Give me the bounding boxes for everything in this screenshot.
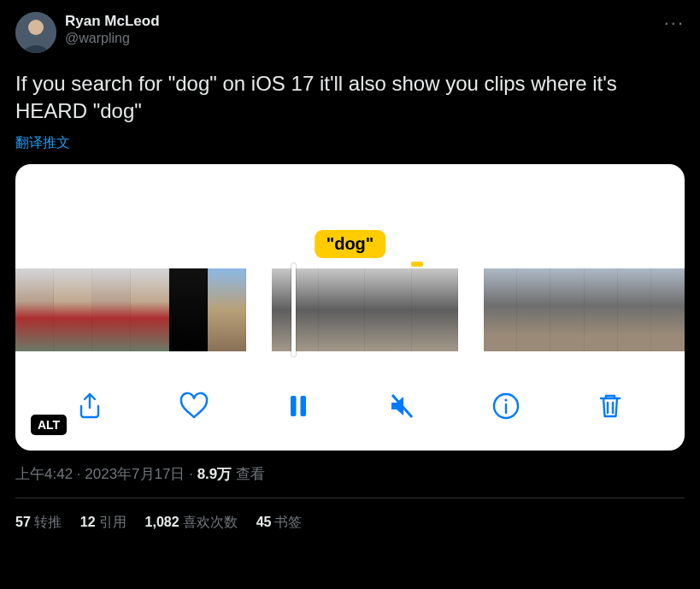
thumbnail bbox=[131, 268, 169, 351]
thumbnail bbox=[484, 268, 517, 351]
media-toolbar bbox=[15, 380, 685, 432]
engagement-row: 57转推 12引用 1,082喜欢次数 45书签 bbox=[15, 498, 685, 532]
thumbnail bbox=[517, 268, 550, 351]
media-card[interactable]: "dog" bbox=[15, 164, 685, 451]
translate-link[interactable]: 翻译推文 bbox=[15, 134, 70, 152]
views-count: 8.9万 bbox=[197, 466, 232, 482]
clip-group-1 bbox=[15, 268, 246, 351]
tweet-header: Ryan McLeod @warpling ··· bbox=[15, 12, 685, 53]
share-icon[interactable] bbox=[73, 389, 107, 423]
avatar[interactable] bbox=[15, 12, 56, 53]
likes[interactable]: 1,082喜欢次数 bbox=[145, 514, 238, 532]
clip-group-2 bbox=[272, 268, 458, 351]
dog-tag: "dog" bbox=[315, 230, 386, 258]
thumbnail bbox=[585, 268, 618, 351]
bookmarks[interactable]: 45书签 bbox=[256, 514, 303, 532]
thumbnail bbox=[550, 268, 584, 351]
quotes[interactable]: 12引用 bbox=[80, 514, 126, 532]
more-icon[interactable]: ··· bbox=[664, 12, 685, 34]
trash-icon[interactable] bbox=[593, 389, 627, 423]
alt-badge[interactable]: ALT bbox=[31, 415, 67, 435]
svg-point-1 bbox=[28, 20, 44, 35]
tweet-date[interactable]: 2023年7月17日 bbox=[85, 466, 185, 482]
views-label: 查看 bbox=[232, 466, 265, 482]
thumbnail bbox=[365, 268, 412, 351]
video-timeline[interactable] bbox=[15, 268, 685, 351]
thumbnail bbox=[92, 268, 131, 351]
timeline-marker bbox=[411, 262, 423, 267]
heart-icon[interactable] bbox=[177, 389, 211, 423]
retweets[interactable]: 57转推 bbox=[15, 514, 62, 532]
thumbnail bbox=[319, 268, 366, 351]
mute-icon[interactable] bbox=[385, 389, 419, 423]
author-names: Ryan McLeod @warpling bbox=[65, 12, 160, 47]
thumbnail bbox=[54, 268, 92, 351]
tweet-text: If you search for "dog" on iOS 17 it'll … bbox=[15, 70, 685, 126]
thumbnail bbox=[169, 268, 208, 351]
handle[interactable]: @warpling bbox=[65, 30, 160, 47]
svg-point-6 bbox=[505, 398, 508, 401]
thumbnail bbox=[651, 268, 685, 351]
svg-rect-3 bbox=[300, 396, 306, 416]
tweet-meta: 上午4:42 · 2023年7月17日 · 8.9万 查看 bbox=[15, 464, 685, 484]
pause-icon[interactable] bbox=[281, 389, 315, 423]
thumbnail bbox=[618, 268, 651, 351]
display-name[interactable]: Ryan McLeod bbox=[65, 12, 160, 30]
clip-group-3 bbox=[484, 268, 685, 351]
playhead[interactable] bbox=[291, 263, 296, 356]
svg-rect-2 bbox=[291, 396, 297, 416]
tweet-container: Ryan McLeod @warpling ··· If you search … bbox=[0, 0, 700, 532]
tweet-time[interactable]: 上午4:42 bbox=[15, 466, 73, 482]
thumbnail bbox=[412, 268, 459, 351]
thumbnail bbox=[208, 268, 246, 351]
info-icon[interactable] bbox=[489, 389, 523, 423]
thumbnail bbox=[15, 268, 54, 351]
